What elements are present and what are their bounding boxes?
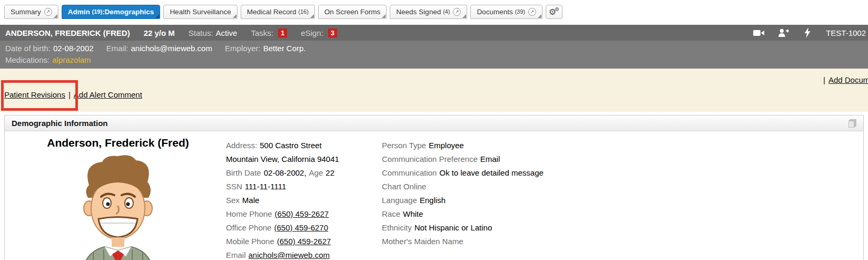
revision-links-row: Patient Revisions|Add Alert Comment — [4, 90, 142, 99]
display-name: Anderson, Frederick (Fred) — [21, 137, 215, 149]
lightning-bolt-icon[interactable] — [802, 28, 813, 37]
mobile-phone-link[interactable]: (650) 459-2627 — [277, 237, 331, 246]
language-row: LanguageEnglish — [382, 194, 544, 207]
person-type-row: Person TypeEmployee — [382, 139, 544, 152]
tab-documents-label: Documents (39) — [477, 8, 525, 16]
medications-field: Medications:alprazolam — [5, 55, 91, 64]
tab-medical-label: Medical Record (16) — [247, 8, 309, 16]
tab-needs-signed[interactable]: Needs Signed (4) ↗ — [390, 5, 467, 19]
gear-icon: ⚙ — [555, 7, 559, 12]
chevron-down-icon[interactable] — [310, 14, 314, 18]
header-actions: TEST-1002 — [753, 28, 863, 37]
video-camera-icon[interactable] — [753, 28, 765, 37]
demographics-left-column: Address:500 Castro Street Mountain View,… — [226, 139, 339, 260]
settings-button[interactable]: ⚙ ⚙ — [546, 5, 563, 19]
tab-admin-demographics[interactable]: Admin (19):Demographics — [62, 5, 161, 19]
popout-icon[interactable]: ↗ — [44, 8, 52, 16]
tasks-indicator: Tasks: 1 — [251, 28, 287, 37]
chevron-down-icon[interactable] — [54, 14, 57, 18]
address-row: Address:500 Castro Street — [226, 139, 339, 152]
add-document-row: |Add Document — [820, 75, 868, 84]
patient-status: Status: Active — [189, 28, 238, 37]
patient-avatar — [73, 152, 163, 260]
patient-age-sex: 22 y/o M — [144, 28, 175, 37]
add-user-icon[interactable] — [777, 28, 789, 37]
chevron-down-icon[interactable] — [155, 14, 159, 18]
chevron-down-icon[interactable] — [538, 14, 541, 18]
tab-health-surveillance[interactable]: Health Surveillance — [163, 5, 237, 19]
office-phone-row: Office Phone(650) 459-6270 — [226, 221, 339, 235]
chevron-down-icon[interactable] — [382, 14, 386, 18]
birth-date-row: Birth Date02-08-2002,Age22 — [226, 166, 339, 180]
race-row: RaceWhite — [382, 207, 544, 221]
tab-documents[interactable]: Documents (39) ↗ — [470, 5, 542, 19]
demographics-panel: Demographic Information Anderson, Freder… — [4, 115, 864, 260]
panel-title: Demographic Information — [12, 119, 108, 128]
ssn-row: SSN111-11-1111 — [226, 180, 339, 194]
tasks-badge[interactable]: 1 — [278, 28, 287, 37]
tab-forms-label: On Screen Forms — [324, 8, 381, 16]
employer-field: Employer:Better Corp. — [225, 44, 305, 53]
patient-header-bar: ANDERSON, FREDERICK (FRED) 22 y/o M Stat… — [0, 25, 868, 41]
chevron-down-icon[interactable] — [462, 14, 466, 18]
tab-bar: Summary ↗ Admin (19):Demographics Health… — [0, 0, 868, 25]
mothers-maiden-name-row: Mother's Maiden Name — [382, 235, 544, 248]
ethnicity-row: EthnicityNot Hispanic or Latino — [382, 221, 544, 235]
email-field: Email:anichols@mieweb.com — [106, 44, 212, 53]
patient-identity-column: Anderson, Frederick (Fred) — [21, 137, 215, 260]
patient-revisions-link[interactable]: Patient Revisions — [4, 90, 65, 99]
patient-details-line1: Date of birth:02-08-2002 Email:anichols@… — [5, 43, 863, 54]
dob-field: Date of birth:02-08-2002 — [5, 44, 94, 53]
tab-health-label: Health Surveillance — [170, 8, 231, 16]
tab-summary-label: Summary — [11, 8, 41, 16]
add-alert-comment-link[interactable]: Add Alert Comment — [74, 90, 142, 99]
esign-indicator: eSign: 3 — [301, 28, 337, 37]
page: Summary ↗ Admin (19):Demographics Health… — [0, 0, 868, 260]
report-icon[interactable] — [849, 119, 856, 128]
chart-id: TEST-1002 — [826, 28, 866, 37]
separator: | — [68, 90, 71, 99]
communication-row: CommunicationOk to leave detailed messag… — [382, 166, 544, 180]
mobile-phone-row: Mobile Phone(650) 459-2627 — [226, 235, 339, 248]
medication-value: alprazolam — [52, 55, 91, 64]
patient-details-line2: Medications:alprazolam — [5, 54, 863, 66]
esign-badge[interactable]: 3 — [328, 28, 337, 37]
popout-icon[interactable]: ↗ — [453, 8, 461, 16]
communication-preference-row: Communication PreferenceEmail — [382, 152, 544, 166]
tab-summary[interactable]: Summary ↗ — [4, 5, 58, 19]
popout-icon[interactable]: ↗ — [528, 8, 536, 16]
tab-on-screen-forms[interactable]: On Screen Forms — [318, 5, 387, 19]
separator: | — [823, 75, 825, 84]
home-phone-row: Home Phone(650) 459-2627 — [226, 207, 339, 221]
email-row: Emailanichols@mieweb.com — [226, 248, 339, 260]
action-strip: |Add Document Patient Revisions|Add Aler… — [0, 69, 868, 112]
tab-medical-record[interactable]: Medical Record (16) — [241, 5, 315, 19]
address-row-2: Mountain View, California 94041 — [226, 152, 339, 166]
patient-details-bar: Date of birth:02-08-2002 Email:anichols@… — [0, 41, 868, 69]
office-phone-link[interactable]: (650) 459-6270 — [274, 223, 328, 232]
panel-header: Demographic Information — [5, 115, 863, 131]
chart-online-row: Chart Online — [382, 180, 544, 194]
home-phone-link[interactable]: (650) 459-2627 — [275, 209, 329, 218]
demographics-right-column: Person TypeEmployee Communication Prefer… — [382, 139, 544, 248]
add-document-link[interactable]: Add Document — [828, 75, 868, 84]
sex-row: SexMale — [226, 194, 339, 207]
email-link[interactable]: anichols@mieweb.com — [249, 251, 330, 259]
chevron-down-icon[interactable] — [233, 14, 236, 18]
patient-name: ANDERSON, FREDERICK (FRED) — [5, 28, 130, 37]
tab-needs-signed-label: Needs Signed (4) — [396, 8, 450, 16]
tab-admin-label: Admin (19):Demographics — [68, 8, 154, 16]
